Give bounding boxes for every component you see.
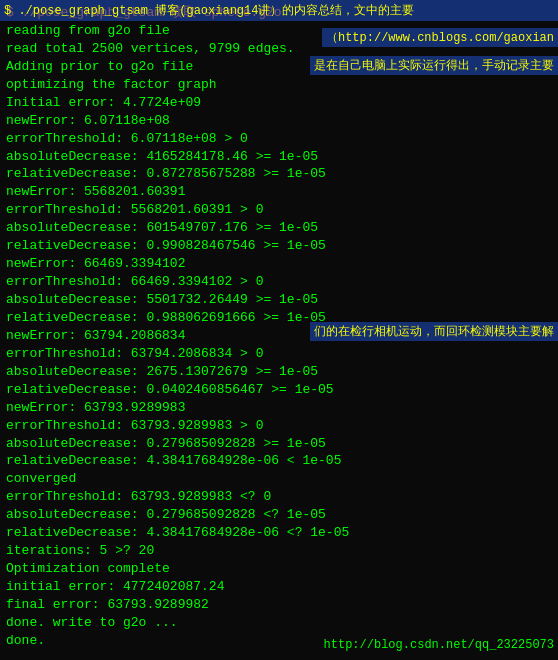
terminal-line-0: $ ./pose_graph_gtsam 读取 sphere.g2o [6,4,552,22]
terminal-line-15: errorThreshold: 66469.3394102 > 0 [6,273,552,291]
terminal-line-30: iterations: 5 >? 20 [6,542,552,560]
terminal-line-31: Optimization complete [6,560,552,578]
terminal-line-6: newError: 6.07118e+08 [6,112,552,130]
terminal-line-26: converged [6,470,552,488]
terminal-line-22: newError: 63793.9289983 [6,399,552,417]
terminal-line-7: errorThreshold: 6.07118e+08 > 0 [6,130,552,148]
terminal-line-18: newError: 63794.2086834 [6,327,552,345]
terminal-line-20: absoluteDecrease: 2675.13072679 >= 1e-05 [6,363,552,381]
terminal-line-2: read total 2500 vertices, 9799 edges. [6,40,552,58]
terminal-line-1: reading from g2o file [6,22,552,40]
terminal-line-17: relativeDecrease: 0.988062691666 >= 1e-0… [6,309,552,327]
terminal-line-27: errorThreshold: 63793.9289983 <? 0 [6,488,552,506]
terminal-line-5: Initial error: 4.7724e+09 [6,94,552,112]
terminal-line-23: errorThreshold: 63793.9289983 > 0 [6,417,552,435]
terminal-line-32: initial error: 4772402087.24 [6,578,552,596]
terminal-line-8: absoluteDecrease: 4165284178.46 >= 1e-05 [6,148,552,166]
terminal-line-29: relativeDecrease: 4.38417684928e-06 <? 1… [6,524,552,542]
terminal-line-28: absoluteDecrease: 0.279685092828 <? 1e-0… [6,506,552,524]
terminal-line-34: done. write to g2o ... [6,614,552,632]
terminal-line-11: errorThreshold: 5568201.60391 > 0 [6,201,552,219]
terminal-line-35: done. [6,632,552,650]
terminal-line-9: relativeDecrease: 0.872785675288 >= 1e-0… [6,165,552,183]
terminal-line-3: Adding prior to g2o file [6,58,552,76]
terminal-line-13: relativeDecrease: 0.990828467546 >= 1e-0… [6,237,552,255]
terminal-line-4: optimizing the factor graph [6,76,552,94]
terminal-line-21: relativeDecrease: 0.0402460856467 >= 1e-… [6,381,552,399]
terminal-line-24: absoluteDecrease: 0.279685092828 >= 1e-0… [6,435,552,453]
terminal-line-14: newError: 66469.3394102 [6,255,552,273]
terminal-line-33: final error: 63793.9289982 [6,596,552,614]
terminal-line-16: absoluteDecrease: 5501732.26449 >= 1e-05 [6,291,552,309]
terminal-line-25: relativeDecrease: 4.38417684928e-06 < 1e… [6,452,552,470]
terminal-line-19: errorThreshold: 63794.2086834 > 0 [6,345,552,363]
terminal-window: $ ./pose_graph_gtsam 读取 sphere.g2oreadin… [0,0,558,660]
terminal-line-10: newError: 5568201.60391 [6,183,552,201]
terminal-line-12: absoluteDecrease: 601549707.176 >= 1e-05 [6,219,552,237]
